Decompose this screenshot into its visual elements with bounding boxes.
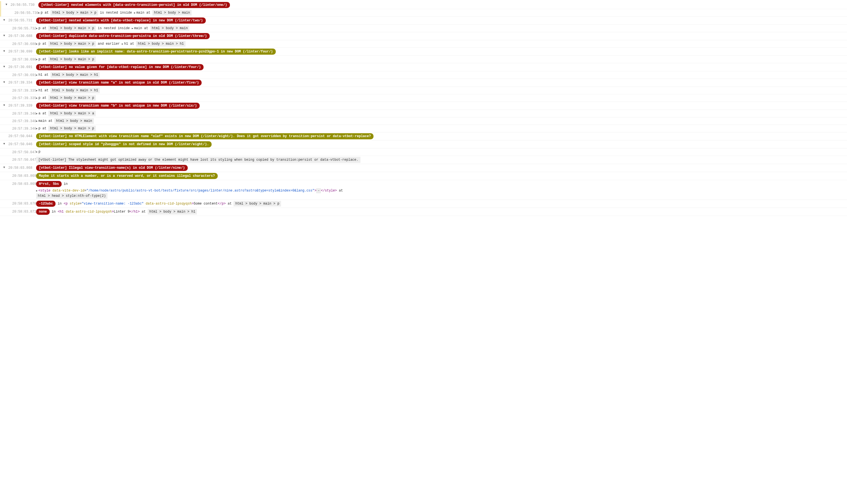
timestamp: 20:57:50.047 bbox=[8, 149, 36, 155]
error-pill: [vtbot-linter] nested elements with [dat… bbox=[36, 17, 206, 23]
console-row: ▼20:57:39.334[vtbot-linter] view transit… bbox=[0, 79, 847, 87]
html-tag: > bbox=[314, 189, 316, 193]
text-segment: p at bbox=[38, 57, 48, 61]
timestamp: 20:57:30.690 bbox=[8, 49, 36, 54]
console-row: 20:57:50.047▶p bbox=[0, 148, 847, 156]
collapse-toggle-icon[interactable]: ▼ bbox=[5, 2, 7, 7]
text-segment: p at bbox=[38, 42, 48, 46]
row-content: ▶p at html > body > main > p is nested i… bbox=[38, 10, 847, 16]
timestamp: 20:57:50.047 bbox=[8, 157, 36, 162]
text-segment: p at bbox=[40, 11, 51, 15]
dom-path-breadcrumb[interactable]: html > body > main > a bbox=[48, 111, 95, 116]
dom-path-breadcrumb[interactable]: html > body > main > h1 bbox=[51, 72, 100, 78]
dom-path-breadcrumb[interactable]: html > body > main > h1 bbox=[51, 88, 100, 93]
text-segment: main at bbox=[136, 11, 153, 15]
collapse-toggle-icon[interactable]: ▼ bbox=[3, 18, 5, 22]
collapse-toggle-icon[interactable]: ▼ bbox=[3, 142, 5, 146]
console-panel: ▼20:56:55.730[vtbot-linter] nested eleme… bbox=[0, 1, 847, 216]
expand-arrow-icon[interactable]: ▶ bbox=[36, 42, 37, 46]
dom-path-breadcrumb[interactable]: html > body > main > p bbox=[48, 95, 95, 101]
text-segment: and earlier bbox=[96, 42, 122, 46]
console-row: ▼20:57:30.690[vtbot-linter] looks like a… bbox=[0, 48, 847, 56]
collapse-toggle-icon[interactable]: ▼ bbox=[3, 49, 5, 53]
dom-path-breadcrumb[interactable]: html > head > style:nth-of-type(2) bbox=[36, 193, 107, 199]
nested-html-line: ▶<style data-vite-dev-id="/home/node/ast… bbox=[36, 188, 845, 193]
text-segment: p at bbox=[38, 127, 48, 130]
dom-path-breadcrumb[interactable]: html > body > main bbox=[54, 118, 94, 124]
console-row: ▼20:56:55.731[vtbot-linter] nested eleme… bbox=[0, 17, 847, 25]
expand-arrow-icon[interactable]: ▶ bbox=[38, 12, 40, 15]
error-pill: [vtbot-linter] no value given for [data-… bbox=[36, 64, 204, 70]
dom-path-breadcrumb[interactable]: html > body > main bbox=[150, 25, 190, 31]
expand-arrow-icon[interactable]: ▶ bbox=[36, 96, 37, 101]
html-attr-value: "view-transition-name: -123abc" bbox=[82, 202, 144, 206]
text-segment: is nested inside bbox=[96, 26, 132, 30]
text-segment: in bbox=[61, 182, 68, 186]
text-segment: p at bbox=[38, 26, 48, 30]
timestamp: 20:57:50.044 bbox=[8, 133, 36, 139]
error-pill: [vtbot-linter] duplicate data-astro-tran… bbox=[36, 33, 210, 39]
dom-path-breadcrumb[interactable]: html > body > main > p bbox=[233, 201, 281, 206]
timestamp: 20:56:55.731 bbox=[8, 17, 36, 23]
timestamp: 20:57:30.688 bbox=[8, 33, 36, 39]
dom-path-breadcrumb[interactable]: html > body > main bbox=[153, 10, 192, 16]
dom-path-breadcrumb[interactable]: html > body > main > p bbox=[48, 41, 95, 47]
warning-pill: Maybe it starts with a number, or is a r… bbox=[36, 173, 218, 179]
collapse-toggle-icon[interactable]: ▼ bbox=[3, 80, 5, 84]
dom-path-breadcrumb[interactable]: html > body > main > h1 bbox=[148, 209, 197, 215]
timestamp: 20:57:30.691 bbox=[8, 64, 36, 70]
expand-arrow-icon[interactable]: ▶ bbox=[134, 12, 136, 15]
collapse-toggle-icon[interactable]: ▼ bbox=[3, 65, 5, 69]
expand-arrow-icon[interactable]: ▶ bbox=[36, 127, 37, 131]
html-attr-value: "/home/node/astro/public/astro-vt-bot/te… bbox=[86, 189, 314, 193]
row-content: [vtbot-linter] The stylesheet might got … bbox=[36, 157, 847, 163]
error-pill: [vtbot-linter] view transition name "b" … bbox=[36, 103, 200, 109]
expand-arrow-icon[interactable]: ▶ bbox=[36, 27, 37, 31]
console-row: ▼20:57:39.339[vtbot-linter] view transit… bbox=[0, 102, 847, 110]
console-row: 20:57:39.340▶main at html > body > main bbox=[0, 118, 847, 125]
text-segment: in bbox=[55, 202, 64, 206]
dom-path-breadcrumb[interactable]: html > body > main > h1 bbox=[136, 41, 186, 47]
expand-arrow-icon[interactable]: ▶ bbox=[36, 74, 37, 77]
row-content: [vtbot-linter] nested elements with [dat… bbox=[38, 2, 847, 8]
console-row: 20:58:03.871none in <h1 data-astro-cid-l… bbox=[0, 208, 847, 216]
console-row: 20:57:50.044[vtbot-linter] no HTMLElemen… bbox=[0, 132, 847, 140]
row-content: [vtbot-linter] no HTMLElement with view … bbox=[36, 133, 847, 139]
collapse-toggle-icon[interactable]: ▼ bbox=[3, 165, 5, 169]
console-row: 20:56:55.730▶p at html > body > main > p… bbox=[0, 9, 847, 17]
timestamp: 20:57:39.340 bbox=[8, 118, 36, 124]
ellipsis-icon[interactable]: ⋯ bbox=[316, 188, 321, 193]
expand-arrow-icon[interactable]: ▶ bbox=[36, 120, 37, 124]
text-segment: main at bbox=[134, 26, 150, 30]
expand-arrow-icon[interactable]: ▶ bbox=[36, 112, 37, 116]
console-row: 20:57:39.340▶a at html > body > main > a bbox=[0, 110, 847, 118]
html-tag: </p> bbox=[218, 202, 226, 206]
timestamp: 20:58:03.868 bbox=[8, 165, 36, 170]
html-tag: <style bbox=[38, 189, 52, 193]
expand-arrow-icon[interactable]: ▶ bbox=[36, 189, 37, 193]
timestamp: 20:57:30.690 bbox=[8, 57, 36, 62]
expand-arrow-icon[interactable]: ▶ bbox=[122, 42, 123, 46]
collapse-toggle-icon[interactable]: ▼ bbox=[3, 34, 5, 38]
collapse-toggle-icon[interactable]: ▼ bbox=[3, 103, 5, 107]
warning-pill: [vtbot-linter] looks like an implicit na… bbox=[36, 49, 276, 55]
html-text-content: Some content bbox=[194, 202, 217, 206]
inline-pill: H^rst, 5bs bbox=[36, 181, 61, 187]
console-row: 20:57:30.690▶p at html > body > main > p bbox=[0, 56, 847, 63]
timestamp: 20:57:39.335 bbox=[8, 88, 36, 93]
expand-arrow-icon[interactable]: ▶ bbox=[36, 58, 37, 62]
expand-arrow-icon[interactable]: ▶ bbox=[36, 89, 37, 93]
inline-pill: none bbox=[36, 209, 50, 215]
row-content: ▶h1 at html > body > main > h1 bbox=[36, 72, 847, 78]
timestamp: 20:56:55.732 bbox=[8, 25, 36, 31]
html-attr-name: data-astro-cid-lpsqyqsh bbox=[146, 202, 192, 206]
timestamp: 20:56:55.730 bbox=[11, 10, 38, 16]
dom-path-breadcrumb[interactable]: html > body > main > p bbox=[48, 126, 95, 131]
expand-arrow-icon[interactable]: ▶ bbox=[36, 150, 37, 154]
dom-path-breadcrumb[interactable]: html > body > main > p bbox=[51, 10, 98, 16]
dom-path-breadcrumb[interactable]: html > body > main > p bbox=[48, 25, 95, 31]
console-row: ▼20:57:30.691[vtbot-linter] no value giv… bbox=[0, 63, 847, 71]
expand-arrow-icon[interactable]: ▶ bbox=[132, 27, 133, 31]
inline-pill: -123abc bbox=[36, 201, 55, 207]
dom-path-breadcrumb[interactable]: html > body > main > p bbox=[48, 57, 95, 62]
